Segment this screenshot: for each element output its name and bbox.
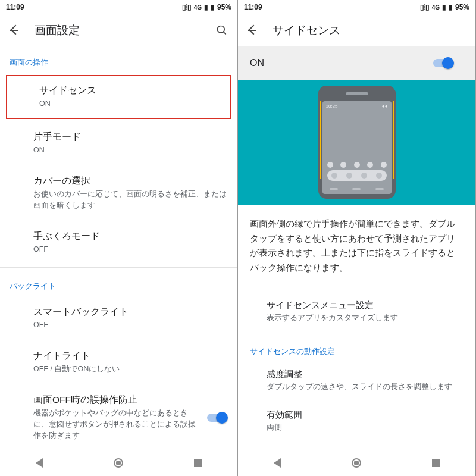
nav-home-icon[interactable] xyxy=(114,458,123,468)
item-label: サイドセンスメニュー設定 xyxy=(267,300,464,311)
signal-icon: ▮ xyxy=(442,3,446,11)
item-sub: ダブルタップの速さや、スライドの長さを調整します xyxy=(267,381,464,393)
item-smart-backlight[interactable]: スマートバックライト OFF xyxy=(0,296,237,340)
item-label: 手ぶくろモード xyxy=(33,229,228,243)
item-sub: OFF xyxy=(33,320,228,331)
page-title: 画面設定 xyxy=(35,23,203,38)
clock: 11:09 xyxy=(6,3,24,11)
item-label: サイドセンス xyxy=(39,83,222,97)
app-bar: サイドセンス xyxy=(238,14,475,46)
divider xyxy=(238,289,475,289)
svg-line-1 xyxy=(224,32,226,35)
item-label: カバーの選択 xyxy=(33,174,228,187)
hero-clock: 10:35 xyxy=(326,104,338,109)
item-sub: お使いのカバーに応じて、画面の明るさを補正、または画面を暗くします xyxy=(33,189,228,211)
item-label: 画面OFF時の誤操作防止 xyxy=(33,393,199,406)
nav-bar xyxy=(0,449,237,476)
nav-recent-icon[interactable] xyxy=(194,459,202,467)
item-sub: 機器がポケットやバッグの中などにあるときに、意図せずボタンが押されることによる誤… xyxy=(33,408,199,441)
item-sub: OFF xyxy=(33,244,228,255)
page-title: サイドセンス xyxy=(273,23,467,38)
side-sense-toggle[interactable] xyxy=(433,57,454,69)
battery-icon: ▮ xyxy=(211,3,215,11)
vibrate-icon: ▯⦙▯ xyxy=(420,3,430,11)
item-sub: 表示するアプリをカスタマイズします xyxy=(267,312,464,324)
item-pocket-guard[interactable]: 画面OFF時の誤操作防止 機器がポケットやバッグの中などにあるときに、意図せずボ… xyxy=(0,384,237,449)
item-side-sense[interactable]: サイドセンス ON xyxy=(6,75,231,119)
side-sense-screen: 11:09 ▯⦙▯ 4G ▮ ▮ 95% サイドセンス ON xyxy=(238,0,476,476)
back-button[interactable] xyxy=(8,23,23,37)
item-sub: ON xyxy=(39,98,222,109)
item-label: スマートバックライト xyxy=(33,305,228,318)
battery-label: 95% xyxy=(217,3,231,11)
divider xyxy=(0,267,237,268)
nav-back-icon[interactable] xyxy=(36,458,43,468)
hero-illustration: 10:35 ●● xyxy=(238,80,475,205)
battery-icon: ▮ xyxy=(449,3,453,11)
item-label: 有効範囲 xyxy=(267,409,464,421)
network-label: 4G xyxy=(432,4,440,11)
status-bar: 11:09 ▯⦙▯ 4G ▮ ▮ 95% xyxy=(0,0,237,14)
side-bar-right-icon xyxy=(393,101,394,178)
item-menu-setting[interactable]: サイドセンスメニュー設定 表示するアプリをカスタマイズします xyxy=(238,292,475,332)
battery-label: 95% xyxy=(455,3,469,11)
item-cover-selection[interactable]: カバーの選択 お使いのカバーに応じて、画面の明るさを補正、または画面を暗くします xyxy=(0,165,237,221)
item-night-light[interactable]: ナイトライト OFF / 自動でONにしない xyxy=(0,340,237,384)
pocket-guard-toggle[interactable] xyxy=(206,412,228,424)
app-bar: 画面設定 xyxy=(0,14,237,46)
master-toggle-row[interactable]: ON xyxy=(238,46,475,80)
item-active-area[interactable]: 有効範囲 両側 xyxy=(238,401,475,441)
item-glove-mode[interactable]: 手ぶくろモード OFF xyxy=(0,221,237,265)
on-label: ON xyxy=(250,58,264,68)
nav-recent-icon[interactable] xyxy=(432,459,440,467)
search-button[interactable] xyxy=(215,23,229,37)
divider xyxy=(238,334,475,334)
section-screen-operations: 画面の操作 xyxy=(0,46,237,73)
item-one-hand-mode[interactable]: 片手モード ON xyxy=(0,121,237,165)
signal-icon: ▮ xyxy=(204,3,208,11)
vibrate-icon: ▯⦙▯ xyxy=(182,3,192,11)
section-backlight: バックライト xyxy=(0,270,237,296)
item-sub: OFF / 自動でONにしない xyxy=(33,364,228,375)
item-sub: 両側 xyxy=(267,422,464,433)
display-settings-screen: 11:09 ▯⦙▯ 4G ▮ ▮ 95% 画面設定 画面の操作 サイドセンス O… xyxy=(0,0,238,476)
svg-point-0 xyxy=(218,26,225,33)
section-behavior: サイドセンスの動作設定 xyxy=(238,337,475,361)
item-sensitivity[interactable]: 感度調整 ダブルタップの速さや、スライドの長さを調整します xyxy=(238,361,475,401)
network-label: 4G xyxy=(194,4,202,11)
nav-back-icon[interactable] xyxy=(274,458,281,468)
item-label: 感度調整 xyxy=(267,369,464,380)
item-label: ナイトライト xyxy=(33,349,228,362)
item-sub: ON xyxy=(33,145,228,156)
status-bar: 11:09 ▯⦙▯ 4G ▮ ▮ 95% xyxy=(238,0,475,14)
clock: 11:09 xyxy=(244,3,262,11)
nav-bar xyxy=(238,449,475,476)
nav-home-icon[interactable] xyxy=(352,458,361,468)
item-label: 片手モード xyxy=(33,130,228,143)
side-bar-left-icon xyxy=(320,101,321,178)
back-button[interactable] xyxy=(246,23,261,37)
feature-description: 画面外側の縁で片手操作が簡単にできます。ダブルタップをすると使い方にあわせて予測… xyxy=(238,205,475,286)
